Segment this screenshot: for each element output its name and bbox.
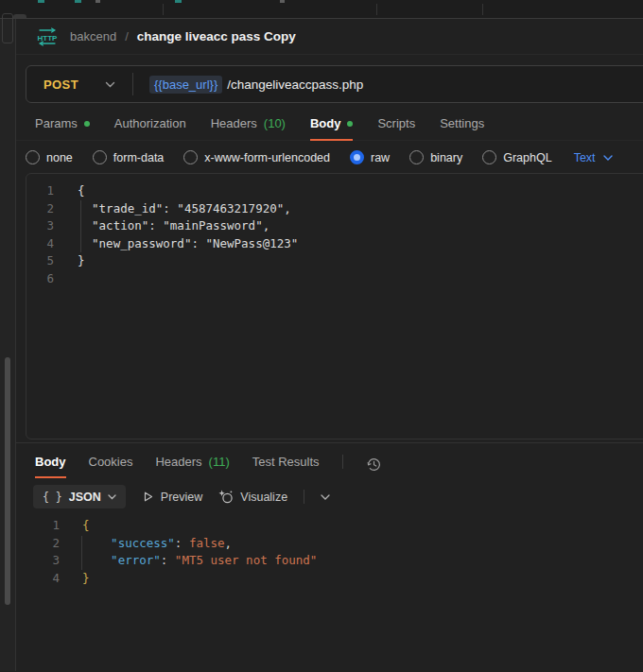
app-window: HTTP bakcend / change liveacc pass Copy … (0, 19, 643, 671)
tab-label: Params (35, 116, 78, 130)
history-icon[interactable] (366, 457, 382, 473)
tab-separator (163, 4, 164, 15)
request-code-line: 3 "action": "mainPassword", (26, 217, 643, 235)
body-type-options: noneform-datax-www-form-urlencodedrawbin… (16, 141, 643, 173)
radio-icon (183, 150, 198, 164)
tab-label: Settings (440, 116, 484, 130)
line-text: } (82, 570, 90, 588)
body-type-binary[interactable]: binary (409, 150, 462, 164)
tab-label: Cookies (89, 455, 133, 469)
request-tab-headers[interactable]: Headers(10) (211, 116, 286, 141)
active-tab-sliver (13, 14, 26, 18)
response-format-dropdown[interactable]: { } JSON (33, 485, 126, 508)
response-tab-test-results[interactable]: Test Results (252, 455, 320, 478)
json-braces-icon: { } (43, 491, 62, 504)
tab-icon-fragment (96, 0, 100, 3)
response-tabs: BodyCookiesHeaders(11)Test Results (16, 443, 643, 477)
chevron-down-icon (603, 155, 613, 161)
response-tab-body[interactable]: Body (35, 455, 66, 478)
request-tab-body[interactable]: Body (310, 116, 354, 141)
url-input[interactable]: /changeliveaccpass.php (227, 78, 363, 92)
line-number: 2 (26, 200, 54, 218)
breadcrumb-collection[interactable]: bakcend (70, 29, 116, 43)
response-body-viewer: 1{2 "success": false,3 "error": "MT5 use… (16, 517, 643, 587)
tab-separator (376, 4, 377, 15)
request-tabs: ParamsAuthorizationHeaders(10)BodyScript… (16, 103, 643, 141)
tab-icon-fragment (38, 0, 44, 3)
line-number: 2 (16, 535, 60, 553)
tab-label: Body (310, 116, 341, 130)
tab-label: Body (35, 455, 66, 469)
request-tab-params[interactable]: Params (35, 116, 90, 141)
rail-button-outline[interactable] (2, 13, 13, 43)
line-number: 4 (16, 570, 60, 588)
body-type-graphql[interactable]: GraphQL (482, 150, 551, 164)
radio-label: GraphQL (503, 151, 551, 164)
line-text: "new_password": "NewPass@123" (78, 235, 298, 253)
radio-label: binary (430, 151, 462, 164)
tab-label: Headers (211, 116, 257, 130)
response-toolbar: { } JSON Preview Visualize (16, 477, 643, 508)
line-number: 4 (26, 235, 54, 253)
more-options-chevron-icon[interactable] (321, 494, 330, 500)
response-tab-cookies[interactable]: Cookies (89, 455, 133, 478)
top-tab-strip[interactable] (0, 0, 643, 19)
preview-label: Preview (161, 491, 202, 504)
body-type-x-www-form-urlencoded[interactable]: x-www-form-urlencoded (183, 150, 330, 164)
response-format-label: JSON (69, 491, 101, 504)
line-text: "action": "mainPassword", (78, 217, 269, 235)
radio-icon (482, 150, 496, 164)
line-text: { (78, 182, 85, 200)
body-type-raw[interactable]: raw (350, 150, 390, 164)
chevron-down-icon (108, 494, 116, 500)
radio-label: form-data (113, 151, 165, 164)
green-dot-indicator (347, 121, 353, 127)
visualize-button[interactable]: Visualize (218, 490, 287, 504)
request-body-lines: 1{2 "trade_id": "4587463217920",3 "actio… (26, 182, 643, 287)
line-number: 1 (26, 182, 54, 200)
radio-label: none (46, 151, 73, 164)
request-code-line: 4 "new_password": "NewPass@123" (26, 235, 643, 253)
chevron-down-icon[interactable] (105, 81, 115, 88)
body-type-form-data[interactable]: form-data (93, 150, 165, 164)
request-body-editor[interactable]: 1{2 "trade_id": "4587463217920",3 "actio… (26, 173, 643, 439)
request-title[interactable]: change liveacc pass Copy (137, 29, 296, 43)
request-tab-scripts[interactable]: Scripts (377, 116, 415, 141)
response-body-lines: 1{2 "success": false,3 "error": "MT5 use… (16, 517, 643, 587)
indent-guide (81, 536, 82, 570)
response-panel: BodyCookiesHeaders(11)Test Results { } J… (16, 442, 643, 671)
response-code-line: 2 "success": false, (16, 535, 643, 553)
toolbar-separator (304, 490, 304, 504)
line-text: { (82, 517, 90, 535)
left-sidebar-rail (0, 19, 16, 671)
radio-icon (93, 150, 107, 164)
url-row: POST {{base_url}} /changeliveaccpass.php (16, 55, 643, 103)
radio-icon (26, 150, 40, 164)
visualize-label: Visualize (240, 491, 287, 504)
radio-icon (350, 150, 364, 164)
breadcrumb-separator: / (125, 29, 129, 43)
method-selector[interactable]: POST (26, 78, 78, 92)
url-divider (132, 73, 133, 95)
url-variable-chip[interactable]: {{base_url}} (149, 76, 222, 94)
raw-language-dropdown[interactable]: Text (574, 151, 613, 164)
radio-icon (409, 150, 424, 164)
radio-label: x-www-form-urlencoded (204, 151, 330, 164)
body-type-none[interactable]: none (26, 150, 73, 164)
line-number: 6 (26, 270, 54, 288)
preview-icon (142, 491, 154, 503)
line-number: 3 (16, 552, 60, 570)
response-code-line: 4} (16, 570, 643, 588)
request-tab-settings[interactable]: Settings (440, 116, 484, 141)
preview-button[interactable]: Preview (142, 491, 202, 504)
raw-language-label: Text (574, 151, 596, 164)
vertical-scrollbar-thumb[interactable] (5, 357, 10, 605)
radio-label: raw (371, 151, 390, 164)
tab-label: Scripts (377, 116, 415, 130)
breadcrumb: HTTP bakcend / change liveacc pass Copy (16, 19, 643, 55)
tab-label: Headers (155, 455, 201, 469)
tab-separator (482, 4, 483, 15)
visualize-icon (218, 490, 234, 504)
response-tab-headers[interactable]: Headers(11) (155, 455, 229, 478)
request-tab-authorization[interactable]: Authorization (114, 116, 186, 141)
